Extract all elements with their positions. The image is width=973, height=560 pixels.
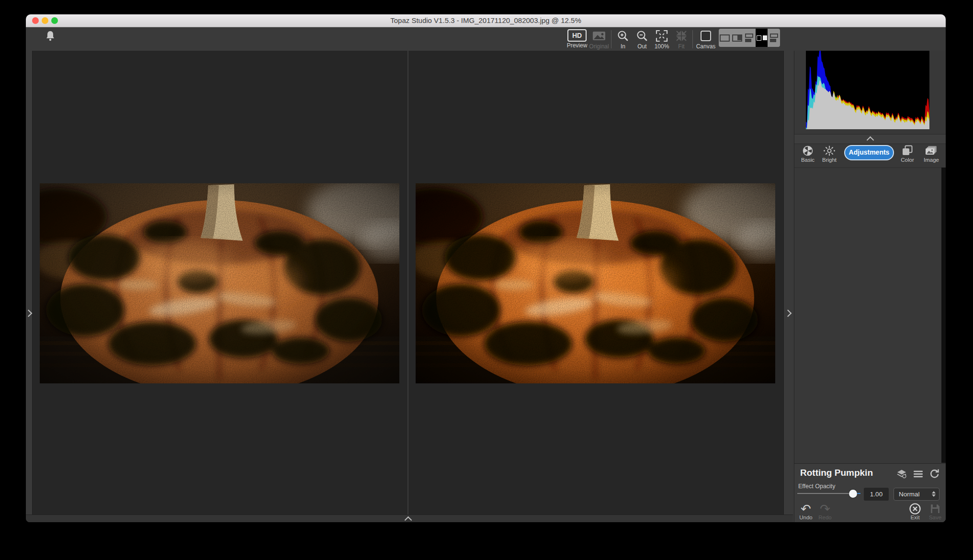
zoom-button[interactable] [51,17,58,24]
app-window: Topaz Studio V1.5.3 - IMG_20171120_08200… [26,14,946,522]
adjustments-scrollbar[interactable] [941,168,946,463]
close-button[interactable] [32,17,39,24]
effect-blend-mode-select[interactable]: Normal [894,488,939,501]
histogram-collapse-band [794,134,946,144]
toolbar: HD Preview Original In Out 100% Fit Canv… [26,27,946,51]
save-icon [926,503,945,515]
effect-panel: Rotting Pumpkin Effect Opacity 1.00 Norm… [794,463,946,522]
collapse-right-panel-icon[interactable] [784,310,792,317]
zoom-out-button[interactable]: Out [632,29,652,50]
effect-opacity-value[interactable]: 1.00 [864,488,889,501]
photo-stack-icon [920,145,943,157]
toolbar-separator [611,30,611,48]
sun-icon [818,145,840,157]
original-button: Original [588,29,610,50]
expand-bottom-tray-icon[interactable] [405,516,412,522]
filter-tab-adjustments[interactable]: Adjustments [844,145,894,160]
expand-left-panel-icon[interactable] [26,310,32,317]
titlebar: Topaz Studio V1.5.3 - IMG_20171120_08200… [26,14,946,27]
zoom-in-button[interactable]: In [613,29,633,50]
redo-icon: ↷ [815,503,835,515]
preview-button[interactable]: HD Preview [565,29,589,49]
view-mode-over-under[interactable] [743,29,756,47]
exit-button[interactable]: Exit [905,503,925,520]
preview-image-processed[interactable] [416,183,775,383]
redo-button: ↷ Redo [815,503,835,520]
effect-menu-icon[interactable] [914,470,923,480]
single-view-icon [720,34,730,42]
desktop: { "window": { "title": "Topaz Studio V1.… [0,0,973,560]
bottom-tray [26,515,793,522]
view-mode-compare-split[interactable] [731,29,744,47]
view-mode-single[interactable] [719,29,731,47]
filter-tab-bright[interactable]: Bright [818,145,840,163]
original-image-icon [588,29,610,43]
rgb-histogram [806,48,929,129]
color-swatches-icon [897,145,918,157]
filter-tab-image[interactable]: Image [920,145,943,163]
zoom-100-icon [650,29,673,43]
canvas-button[interactable]: Canvas [694,29,717,50]
notifications-bell-icon[interactable] [43,29,57,43]
slider-handle[interactable] [849,490,857,498]
zoom-out-icon [632,29,652,43]
minimize-button[interactable] [42,17,48,24]
filter-category-bar: Basic Bright Adjustments Color Image [794,145,946,168]
filter-tab-color[interactable]: Color [897,145,918,163]
effect-title: Rotting Pumpkin [800,468,873,478]
undo-button[interactable]: ↶ Undo [796,503,815,520]
save-button: Save [926,503,945,520]
side-by-side-icon [757,35,767,41]
preview-image-original[interactable] [40,183,399,383]
zoom-in-icon [613,29,633,43]
effect-opacity-label: Effect Opacity [798,483,836,490]
fit-icon [671,29,691,43]
toolbar-separator [692,30,693,48]
zoom-100-button[interactable]: 100% [650,29,673,50]
window-title: Topaz Studio V1.5.3 - IMG_20171120_08200… [26,14,946,27]
view-mode-stacked[interactable] [768,29,780,47]
view-mode-toggle-group [719,29,780,47]
split-view-icon [732,34,742,42]
slider-track [797,493,853,494]
left-panel-strip [26,51,33,515]
hd-badge: HD [567,29,587,42]
reset-icon[interactable] [929,469,939,481]
effect-opacity-slider[interactable] [797,490,860,498]
split-divider[interactable] [407,51,408,515]
effect-stack-icon[interactable] [896,469,907,481]
canvas-icon [694,29,717,43]
undo-icon: ↶ [796,503,815,515]
stacked-view-icon [770,34,778,42]
side-panel: RGB HSL Details Nav Basic Bright Adjustm… [794,27,946,522]
view-mode-side-by-side[interactable] [756,29,768,47]
image-canvas [32,51,783,515]
filter-tab-basic[interactable]: Basic [798,145,817,163]
fit-button: Fit [671,29,691,50]
aperture-icon [798,145,817,157]
over-under-icon [745,34,753,42]
adjustments-list [794,168,946,463]
exit-icon [905,503,925,515]
right-panel-strip [783,51,793,515]
collapse-histogram-icon[interactable] [867,136,874,144]
bell-icon [43,29,57,43]
